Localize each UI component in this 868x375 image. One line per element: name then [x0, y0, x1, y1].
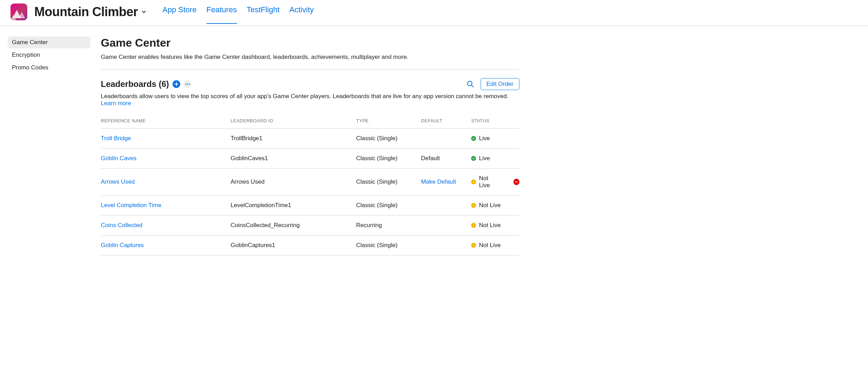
svg-point-12: [473, 245, 474, 246]
app-title: Mountain Climber: [34, 5, 138, 19]
main-content: Game Center Game Center enables features…: [90, 36, 538, 270]
svg-point-4: [187, 84, 188, 85]
leaderboard-name-link[interactable]: Level Completion Time: [101, 202, 161, 209]
status-live-icon: [471, 136, 476, 141]
sidebar-item-encryption[interactable]: Encryption: [8, 49, 90, 61]
nav-tab-features[interactable]: Features: [206, 5, 237, 24]
table-row: Troll BridgeTrollBridge1Classic (Single)…: [101, 129, 519, 149]
chevron-down-icon: [141, 9, 147, 15]
svg-point-10: [473, 205, 474, 206]
col-type: TYPE: [356, 113, 421, 129]
svg-point-5: [189, 84, 190, 85]
learn-more-link[interactable]: Learn more: [101, 100, 131, 107]
leaderboard-type: Classic (Single): [356, 236, 421, 255]
edit-order-button[interactable]: Edit Order: [481, 78, 519, 90]
more-actions-button[interactable]: [184, 80, 191, 88]
add-leaderboard-button[interactable]: [173, 80, 180, 88]
col-leaderboard-id: LEADERBOARD ID: [231, 113, 356, 129]
leaderboard-id: LevelCompletionTime1: [231, 196, 356, 216]
header: Mountain Climber App StoreFeaturesTestFl…: [0, 0, 868, 26]
leaderboard-default: [421, 196, 471, 216]
nav-tab-testflight[interactable]: TestFlight: [247, 5, 280, 19]
leaderboard-default: [421, 236, 471, 255]
col-default: DEFAULT: [421, 113, 471, 129]
leaderboard-default: Default: [421, 149, 471, 169]
status-text: Not Live: [479, 175, 500, 189]
leaderboard-type: Classic (Single): [356, 149, 421, 169]
leaderboard-type: Classic (Single): [356, 129, 421, 149]
leaderboard-name-link[interactable]: Troll Bridge: [101, 135, 131, 142]
leaderboard-name-link[interactable]: Goblin Caves: [101, 155, 136, 162]
leaderboard-id: CoinsCollected_Recurring: [231, 216, 356, 236]
leaderboards-header: Leaderboards (6) Edit Order: [101, 78, 519, 90]
status-notlive-icon: [471, 203, 476, 208]
leaderboard-default: [421, 129, 471, 149]
table-row: Level Completion TimeLevelCompletionTime…: [101, 196, 519, 216]
leaderboard-id: TrollBridge1: [231, 129, 356, 149]
svg-point-8: [473, 182, 474, 183]
status-text: Live: [479, 135, 490, 142]
status-notlive-icon: [471, 243, 476, 248]
leaderboards-description: Leaderboards allow users to view the top…: [101, 93, 519, 107]
status-cell: Not Live: [471, 202, 519, 209]
status-cell: Live: [471, 135, 519, 142]
status-cell: Not Live: [471, 175, 519, 189]
sidebar-item-promo-codes[interactable]: Promo Codes: [8, 62, 90, 74]
table-row: Arrows UsedArrows UsedClassic (Single)Ma…: [101, 169, 519, 196]
status-text: Not Live: [479, 202, 500, 209]
col-reference-name: REFERENCE NAME: [101, 113, 231, 129]
search-button[interactable]: [467, 80, 474, 88]
status-cell: Not Live: [471, 222, 519, 229]
svg-point-3: [185, 84, 186, 85]
svg-line-7: [471, 85, 473, 87]
status-cell: Not Live: [471, 242, 519, 249]
status-text: Live: [479, 155, 490, 162]
table-row: Goblin CapturesGoblinCaptures1Classic (S…: [101, 236, 519, 255]
status-live-icon: [471, 156, 476, 161]
sidebar: Game CenterEncryptionPromo Codes: [0, 36, 90, 270]
leaderboard-type: Recurring: [356, 216, 421, 236]
status-cell: Live: [471, 155, 519, 162]
leaderboards-title: Leaderboards (6): [101, 79, 169, 89]
leaderboard-name-link[interactable]: Goblin Captures: [101, 242, 144, 248]
nav-tab-activity[interactable]: Activity: [289, 5, 314, 19]
page-title: Game Center: [101, 36, 519, 49]
remove-button[interactable]: [513, 179, 519, 185]
leaderboard-type: Classic (Single): [356, 196, 421, 216]
table-row: Coins CollectedCoinsCollected_RecurringR…: [101, 216, 519, 236]
status-text: Not Live: [479, 242, 500, 249]
page-description: Game Center enables features like the Ga…: [101, 54, 519, 70]
table-row: Goblin CavesGoblinCaves1Classic (Single)…: [101, 149, 519, 169]
col-status: STATUS: [471, 113, 519, 129]
leaderboards-table: REFERENCE NAME LEADERBOARD ID TYPE DEFAU…: [101, 113, 519, 255]
app-icon: [10, 4, 27, 20]
app-title-dropdown[interactable]: Mountain Climber: [34, 5, 147, 19]
status-text: Not Live: [479, 222, 500, 229]
leaderboard-type: Classic (Single): [356, 169, 421, 196]
svg-point-11: [473, 225, 474, 226]
status-notlive-icon: [471, 179, 476, 184]
status-notlive-icon: [471, 223, 476, 228]
leaderboard-default[interactable]: Make Default: [421, 169, 471, 196]
nav-tab-app-store[interactable]: App Store: [162, 5, 197, 19]
leaderboard-id: GoblinCaptures1: [231, 236, 356, 255]
leaderboard-id: GoblinCaves1: [231, 149, 356, 169]
leaderboard-id: Arrows Used: [231, 169, 356, 196]
leaderboard-name-link[interactable]: Coins Collected: [101, 222, 142, 229]
sidebar-item-game-center[interactable]: Game Center: [8, 36, 90, 48]
make-default-link[interactable]: Make Default: [421, 178, 456, 185]
nav-tabs: App StoreFeaturesTestFlightActivity: [162, 5, 314, 19]
leaderboard-name-link[interactable]: Arrows Used: [101, 178, 135, 185]
leaderboard-default: [421, 216, 471, 236]
